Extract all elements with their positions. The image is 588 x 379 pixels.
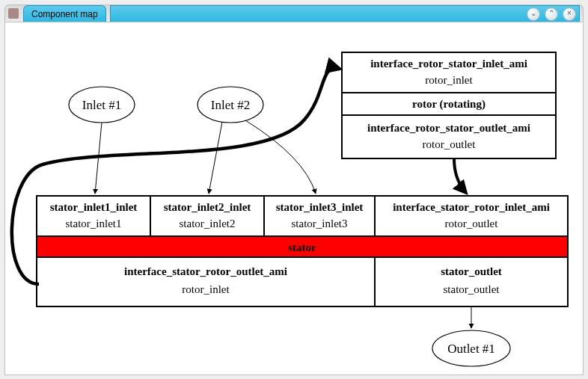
titlebar: Component map (4, 4, 584, 22)
stator-bot-cell-1 (37, 257, 375, 306)
outlet-1-node: Outlet #1 (432, 330, 510, 366)
stator-bot-cell-2 (375, 257, 568, 306)
stator-block: stator_inlet1_inlet stator_inlet1 stator… (37, 196, 568, 306)
inlet-2-node: Inlet #2 (197, 87, 263, 123)
app-icon (8, 8, 19, 19)
rotor-row-1-sub: rotor_inlet (425, 74, 473, 86)
rotor-block: interface_rotor_stator_inlet_ami rotor_i… (342, 52, 556, 158)
edge-inlet2-to-stator2 (209, 122, 222, 194)
stator-bot-cell-1-sub: rotor_inlet (182, 283, 230, 295)
stator-bot-cell-1-title: interface_stator_rotor_outlet_ami (124, 265, 287, 277)
stator-top-cell-4-title: interface_stator_rotor_inlet_ami (393, 201, 550, 213)
inlet-2-label: Inlet #2 (211, 98, 250, 112)
maximize-icon[interactable]: ⌃ (545, 7, 558, 21)
stator-top-cell-3-title: stator_inlet3_inlet (276, 201, 364, 213)
app-window: Component map ⌄ ⌃ × stator_in (0, 0, 588, 379)
stator-bot-cell-2-title: stator_outlet (441, 265, 502, 277)
rotor-row-3-title: interface_rotor_stator_outlet_ami (367, 122, 530, 134)
edge-rotor-outlet-to-stator-inlet-ami (454, 158, 466, 193)
stator-mid-title: stator (288, 241, 316, 253)
content-area: stator_inlet1_inlet stator_inlet1 stator… (4, 22, 584, 375)
stator-top-cell-2-title: stator_inlet2_inlet (164, 201, 251, 213)
diagram-canvas: stator_inlet1_inlet stator_inlet1 stator… (5, 22, 583, 375)
window-buttons: ⌄ ⌃ × (527, 7, 576, 21)
tab-component-map[interactable]: Component map (23, 5, 106, 22)
rotor-row-1-title: interface_rotor_stator_inlet_ami (370, 58, 527, 70)
edge-inlet2-to-stator3 (245, 120, 316, 194)
inlet-1-node: Inlet #1 (69, 87, 135, 123)
inlet-1-label: Inlet #1 (82, 98, 121, 112)
stator-top-cell-1-sub: stator_inlet1 (66, 218, 122, 229)
rotor-row-2-title: rotor (rotating) (412, 98, 486, 111)
rotor-row-3-sub: rotor_outlet (423, 138, 477, 150)
stator-top-cell-3-sub: stator_inlet3 (292, 218, 348, 229)
minimize-icon[interactable]: ⌄ (527, 7, 540, 21)
outlet-1-label: Outlet #1 (447, 342, 495, 356)
close-icon[interactable]: × (563, 7, 576, 21)
stator-top-cell-1-title: stator_inlet1_inlet (50, 201, 138, 213)
stator-bot-cell-2-sub: stator_outlet (444, 283, 500, 295)
titlebar-fill (110, 5, 580, 22)
stator-top-cell-4-sub: rotor_outlet (445, 218, 499, 229)
tab-label: Component map (31, 9, 98, 19)
stator-top-cell-2-sub: stator_inlet2 (180, 218, 236, 229)
